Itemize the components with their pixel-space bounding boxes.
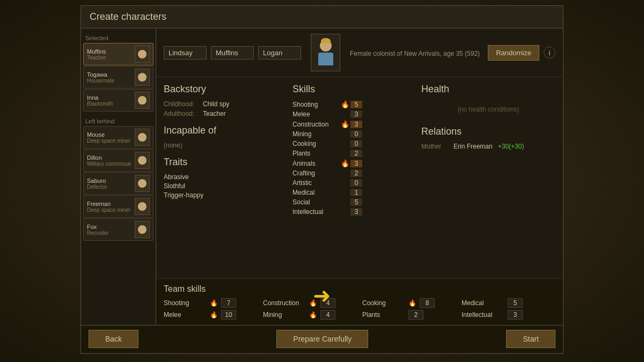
relation-type: Mother (421, 143, 448, 150)
skill-value: 0 (350, 140, 362, 147)
portrait-head (320, 40, 332, 51)
health-relations-column: Health (no health conditions) Relations … (421, 84, 555, 272)
avatar-head (138, 50, 147, 58)
char-role: Blacksmith (87, 101, 133, 107)
team-skill-value: 7 (221, 298, 236, 308)
skill-row-6: Animals 🔥 3 (292, 159, 411, 167)
char-avatar (135, 69, 150, 86)
childhood-row: Childhood: Child spy (164, 100, 282, 108)
skill-name: Shooting (292, 101, 341, 108)
skill-row-0: Shooting 🔥 5 (292, 100, 411, 108)
skill-row-7: Crafting 2 (292, 169, 411, 177)
skills-column: Skills Shooting 🔥 5 Melee 3 Construction… (292, 84, 411, 272)
skill-value: 3 (350, 160, 362, 167)
fire-icon: 🔥 (309, 299, 317, 307)
team-skill-name: Plants (362, 311, 405, 319)
skill-row-10: Social 5 (292, 198, 411, 206)
traits-section: Traits AbrasiveSlothfulTrigger-happy (164, 157, 282, 199)
skill-value: 2 (350, 169, 362, 177)
skill-name: Intellectual (292, 208, 341, 216)
team-skill-name: Medical (462, 299, 504, 307)
char-info: Togawa Housemate (87, 71, 133, 84)
skill-value: 1 (350, 189, 362, 196)
team-skill-name: Mining (263, 311, 306, 319)
char-name: Togawa (87, 71, 133, 78)
fire-icon: 🔥 (408, 299, 416, 307)
sidebar-char-left-4[interactable]: Fox Recruiter (83, 218, 153, 241)
team-skill-value: 10 (221, 310, 236, 320)
main-panel: Female colonist of New Arrivals, age 35 … (156, 28, 563, 325)
start-button[interactable]: Start (506, 330, 555, 348)
team-skill-value: 8 (420, 298, 435, 308)
trait-item-1: Slothful (164, 182, 282, 190)
fire-icon: 🔥 (309, 311, 317, 319)
fire-icon: 🔥 (341, 100, 349, 108)
char-role: Teacher (87, 55, 133, 61)
char-name: Muffins (87, 48, 133, 55)
title-bar: Create characters (81, 6, 563, 28)
trait-item-0: Abrasive (164, 173, 282, 181)
skill-row-4: Cooking 0 (292, 140, 411, 147)
fire-icon: 🔥 (210, 299, 218, 307)
back-button[interactable]: Back (89, 330, 138, 348)
team-skill-value: 4 (320, 310, 335, 320)
info-icon[interactable]: i (544, 47, 555, 58)
last-name-input[interactable] (258, 46, 301, 60)
avatar-head (138, 202, 147, 211)
sidebar-char-selected-2[interactable]: Inna Blacksmith (83, 89, 153, 112)
skill-row-2: Construction 🔥 3 (292, 120, 411, 128)
skill-value: 3 (350, 208, 362, 216)
window-title: Create characters (90, 11, 554, 23)
char-role: Defector (87, 184, 133, 190)
team-skill-value: 4 (320, 298, 335, 308)
char-name: Inna (87, 94, 133, 101)
sidebar-char-selected-1[interactable]: Togawa Housemate (83, 66, 153, 88)
char-avatar (135, 152, 150, 169)
skill-name: Crafting (292, 169, 341, 177)
skills-list: Shooting 🔥 5 Melee 3 Construction 🔥 3 Mi… (292, 100, 411, 216)
char-info: Muffins Teacher (87, 48, 133, 61)
relations-list: Mother Erin Freeman +30(+30) (421, 143, 555, 150)
char-role: Recruiter (87, 230, 133, 236)
skill-name: Animals (292, 160, 341, 167)
skill-value: 2 (350, 150, 362, 157)
main-window: Create characters Selected Muffins Teach… (80, 5, 564, 354)
skill-row-3: Mining 0 (292, 130, 411, 138)
char-info: Freeman Deep space miner (87, 201, 133, 213)
sidebar-char-selected-0[interactable]: Muffins Teacher (83, 43, 153, 65)
team-skill-row-4: Melee 🔥 10 (164, 310, 258, 320)
team-skill-name: Intellectual (462, 311, 504, 319)
char-name: Saburo (87, 178, 133, 184)
middle-name-input[interactable] (211, 46, 254, 60)
char-name: Mouse (87, 131, 133, 138)
avatar-head (138, 133, 147, 142)
team-skill-row-6: Plants 2 (362, 310, 456, 320)
fire-icon: 🔥 (341, 120, 349, 128)
prepare-carefully-button[interactable]: Prepare Carefully (276, 330, 368, 348)
char-name: Freeman (87, 201, 133, 207)
avatar-head (138, 179, 147, 188)
sidebar-char-left-2[interactable]: Saburo Defector (83, 172, 153, 195)
team-skill-row-1: Construction 🔥 4 (263, 298, 357, 308)
team-skill-value: 3 (508, 310, 523, 320)
childhood-label: Childhood: (164, 100, 199, 108)
skill-name: Mining (292, 130, 341, 138)
first-name-input[interactable] (164, 46, 207, 60)
sidebar-char-left-3[interactable]: Freeman Deep space miner (83, 195, 153, 218)
char-role: Military commissar (87, 161, 133, 167)
avatar-head (138, 225, 147, 234)
team-skills-title: Team skills (164, 284, 555, 294)
team-skill-row-0: Shooting 🔥 7 (164, 298, 258, 308)
relations-title: Relations (421, 126, 555, 137)
skill-row-8: Artistic 0 (292, 179, 411, 187)
avatar-head (138, 96, 147, 105)
randomize-button[interactable]: Randomize (488, 45, 539, 61)
skill-name: Social (292, 198, 341, 206)
char-name: Dillon (87, 154, 133, 161)
sidebar-char-left-1[interactable]: Dillon Military commissar (83, 149, 153, 172)
skill-row-11: Intellectual 3 (292, 208, 411, 216)
traits-title: Traits (164, 157, 282, 168)
portrait-body (318, 53, 333, 65)
sidebar-char-left-0[interactable]: Mouse Deep space miner (83, 126, 153, 149)
skill-value: 3 (350, 110, 362, 118)
